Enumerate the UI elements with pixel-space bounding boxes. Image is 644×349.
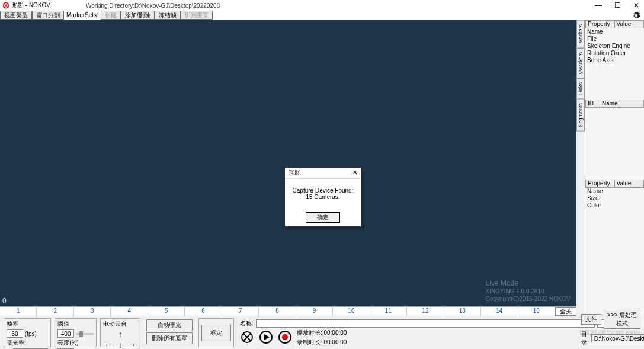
record-time-label: 录制时长: xyxy=(297,339,322,345)
all-cameras-off-button[interactable]: 全关 xyxy=(555,307,576,316)
property-row[interactable]: Color xyxy=(585,202,644,209)
ptz-right-icon[interactable]: → xyxy=(127,340,137,349)
camera-tab-15[interactable]: 15 xyxy=(518,307,555,316)
viewport-zero-label: 0 xyxy=(2,297,7,305)
ptz-up-icon[interactable]: ↑ xyxy=(115,329,126,339)
settings-gear-icon[interactable] xyxy=(632,11,640,20)
camera-tabs: 123456789101112131415全关 xyxy=(0,306,576,316)
property-list-top: NameFileSkeleton EngineRotation OrderBon… xyxy=(585,28,644,64)
dialog-message: Capture Device Found: 15 Cameras. xyxy=(285,179,361,209)
mask-group: 自动曝光 删除所有遮罩 xyxy=(144,318,195,347)
threshold-slider[interactable] xyxy=(76,333,94,335)
property-list-bottom: NameSizeColor xyxy=(585,188,644,209)
play-time-label: 播放时长: xyxy=(297,329,322,336)
footer-bar: 帧率 (fps) 曝光率: 1/ 1000 (s) 阈值 亮度(%) 电动云台 … xyxy=(0,316,644,349)
side-tab-markers[interactable]: Markers xyxy=(576,20,585,48)
camera-tab-10[interactable]: 10 xyxy=(333,307,370,316)
camera-tab-2[interactable]: 2 xyxy=(37,307,73,316)
ptz-down-icon[interactable]: ↓ xyxy=(115,340,126,349)
play-button-icon[interactable] xyxy=(259,330,273,345)
app-logo-icon xyxy=(2,2,9,9)
viewport-info: Live Mode XINGYING 1.0.0.2810 Copyright(… xyxy=(486,280,571,303)
clear-masks-button[interactable]: 删除所有遮罩 xyxy=(146,332,193,344)
ptz-label: 电动云台 xyxy=(103,320,137,328)
value-header-2: Value xyxy=(615,180,644,187)
camera-tab-11[interactable]: 11 xyxy=(370,307,407,316)
recording-name-input[interactable] xyxy=(256,319,595,328)
directory-label: 目录: xyxy=(581,330,589,347)
property-row[interactable]: Bone Axis xyxy=(585,57,644,64)
freeze-button[interactable]: 冻结帧 xyxy=(155,11,181,20)
exposure-label: 曝光率: xyxy=(7,340,26,346)
name-header: Name xyxy=(600,100,643,107)
property-header-2: Property xyxy=(586,180,615,187)
value-header: Value xyxy=(615,21,644,28)
working-directory: Working Directory:D:\Nokov-GJ\Desktop\20… xyxy=(86,2,220,9)
target-icon[interactable] xyxy=(240,330,254,345)
camera-tab-5[interactable]: 5 xyxy=(148,307,185,316)
property-header: Property xyxy=(586,21,615,28)
create-button[interactable]: 创建 xyxy=(101,11,121,20)
side-tabs: MarkersvMarkersLinksSegments xyxy=(576,20,585,316)
property-row[interactable]: Skeleton Engine xyxy=(585,43,644,50)
window-close-button[interactable]: ✕ xyxy=(631,1,642,9)
main-viewport[interactable]: 0 Live Mode XINGYING 1.0.0.2810 Copyrigh… xyxy=(0,20,576,306)
window-minimize-button[interactable]: — xyxy=(593,1,604,9)
postprocess-mode-button[interactable]: >>> 后处理模式 xyxy=(604,310,640,329)
property-row[interactable]: Name xyxy=(585,28,644,36)
calibration-group: 标定 xyxy=(198,318,234,347)
threshold-input[interactable] xyxy=(57,329,74,338)
auto-exposure-button[interactable]: 自动曝光 xyxy=(146,319,193,331)
brightness-label: 亮度(%) xyxy=(57,339,94,347)
threshold-group: 阈值 亮度(%) xyxy=(55,318,97,347)
camera-tab-14[interactable]: 14 xyxy=(481,307,518,316)
camera-tab-12[interactable]: 12 xyxy=(407,307,444,316)
camera-tab-9[interactable]: 9 xyxy=(296,307,333,316)
id-header: ID xyxy=(586,100,600,107)
name-label: 名称: xyxy=(240,319,254,328)
ptz-group: 电动云台 ↑ ← ↓ → xyxy=(100,318,140,347)
markersets-label: MarkerSets: xyxy=(64,11,101,20)
directory-select[interactable]: D:\Nokov-GJ\Desktop\ xyxy=(591,334,644,342)
window-split-button[interactable]: 窗口分割 xyxy=(32,11,64,20)
window-maximize-button[interactable]: ☐ xyxy=(612,1,623,9)
capture-found-dialog: 形影 ✕ Capture Device Found: 15 Cameras. 确… xyxy=(284,167,361,227)
property-row[interactable]: File xyxy=(585,36,644,43)
camera-tab-7[interactable]: 7 xyxy=(222,307,259,316)
framerate-group: 帧率 (fps) 曝光率: 1/ 1000 (s) xyxy=(4,318,51,347)
camera-tab-8[interactable]: 8 xyxy=(259,307,296,316)
record-time-value: 00:00:00 xyxy=(323,339,347,345)
dialog-ok-button[interactable]: 确定 xyxy=(306,212,340,223)
live-mode-label: Live Mode xyxy=(486,280,571,287)
add-remove-button[interactable]: 添加/删除 xyxy=(121,11,155,20)
calibrate-button[interactable]: 标定 xyxy=(201,325,231,341)
threshold-label: 阈值 xyxy=(57,320,94,328)
side-tab-links[interactable]: Links xyxy=(576,78,585,99)
recognition-reset-button[interactable]: 识别重置 xyxy=(181,11,213,20)
record-button-icon[interactable] xyxy=(278,330,292,345)
toolbar: 视图类型 窗口分割 MarkerSets: 创建 添加/删除 冻结帧 识别重置 xyxy=(0,11,644,20)
framerate-input[interactable] xyxy=(7,329,23,338)
property-row[interactable]: Rotation Order xyxy=(585,50,644,57)
property-row[interactable]: Size xyxy=(585,195,644,202)
camera-tab-13[interactable]: 13 xyxy=(444,307,481,316)
right-panel: Property Value NameFileSkeleton EngineRo… xyxy=(585,20,644,316)
camera-tab-4[interactable]: 4 xyxy=(111,307,148,316)
side-tab-vmarkers[interactable]: vMarkers xyxy=(576,48,585,78)
property-row[interactable]: Name xyxy=(585,188,644,195)
dialog-title: 形影 xyxy=(289,169,300,177)
framerate-unit: (fps) xyxy=(25,331,37,337)
app-title: 形影 - NOKOV xyxy=(12,1,50,9)
play-time-value: 00:00:00 xyxy=(323,329,347,336)
file-button[interactable]: 文件 xyxy=(581,314,601,325)
framerate-label: 帧率 xyxy=(7,320,48,328)
camera-tab-1[interactable]: 1 xyxy=(0,307,37,316)
side-tab-segments[interactable]: Segments xyxy=(576,99,585,132)
camera-tab-3[interactable]: 3 xyxy=(74,307,111,316)
dialog-close-icon[interactable]: ✕ xyxy=(353,169,357,177)
version-label: XINGYING 1.0.0.2810 xyxy=(486,287,571,295)
copyright-label: Copyright(C)2015-2022 NOKOV xyxy=(486,295,571,303)
ptz-left-icon[interactable]: ← xyxy=(103,340,114,349)
camera-tab-6[interactable]: 6 xyxy=(185,307,222,316)
view-type-button[interactable]: 视图类型 xyxy=(0,11,32,20)
